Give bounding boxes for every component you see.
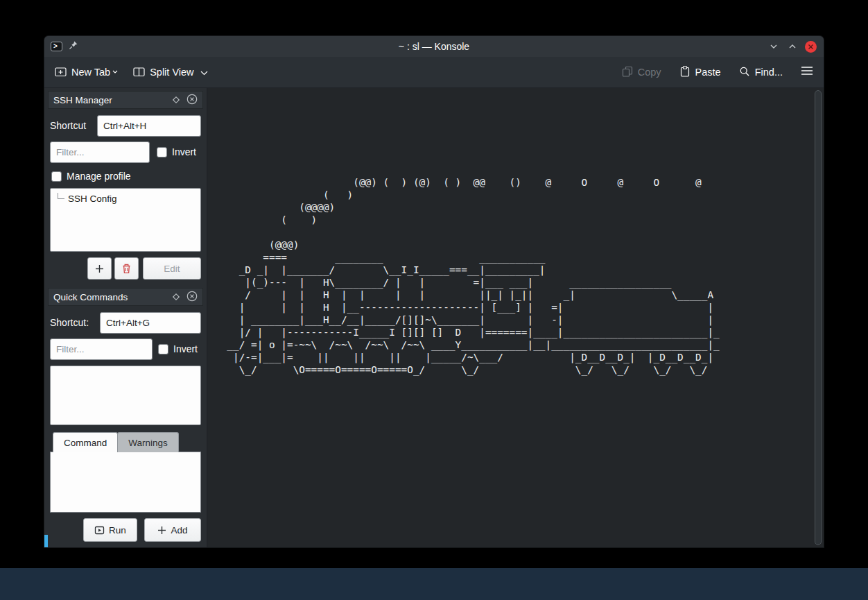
qc-tabs: Command Warnings bbox=[53, 432, 201, 452]
qc-shortcut-label: Shortcut: bbox=[50, 317, 100, 328]
ssh-manager-panel: SSH Manager Shortcut bbox=[44, 88, 207, 285]
split-view-label: Split View bbox=[150, 67, 193, 78]
edit-entry-button[interactable]: Edit bbox=[143, 257, 201, 280]
delete-entry-button[interactable] bbox=[114, 257, 139, 280]
sidebar: SSH Manager Shortcut bbox=[44, 88, 208, 547]
split-view-chevron-down-icon bbox=[200, 67, 208, 78]
new-tab-button[interactable]: New Tab bbox=[55, 65, 118, 80]
maximize-button[interactable] bbox=[786, 40, 799, 53]
window-content: SSH Manager Shortcut bbox=[44, 88, 824, 547]
ssh-invert-label: Invert bbox=[172, 146, 196, 157]
qc-filter-row: Invert bbox=[50, 338, 201, 360]
tree-branch-icon bbox=[58, 193, 64, 199]
ssh-shortcut-row: Shortcut bbox=[50, 114, 201, 137]
command-editor[interactable] bbox=[50, 452, 201, 513]
copy-icon bbox=[622, 66, 633, 79]
titlebar-left: > bbox=[51, 36, 78, 57]
tab-command[interactable]: Command bbox=[53, 432, 118, 452]
find-label: Find... bbox=[755, 67, 783, 78]
ssh-manager-title: SSH Manager bbox=[53, 95, 112, 105]
main-toolbar: New Tab Split View Copy bbox=[44, 57, 824, 88]
new-tab-icon bbox=[55, 66, 67, 79]
trash-icon bbox=[121, 263, 132, 274]
run-button[interactable]: Run bbox=[83, 518, 137, 542]
window-title: ~ : sl — Konsole bbox=[44, 41, 824, 52]
new-tab-label: New Tab bbox=[71, 67, 110, 78]
add-entry-button[interactable] bbox=[87, 257, 112, 280]
ssh-filter-row: Invert bbox=[50, 141, 201, 163]
add-label: Add bbox=[171, 525, 187, 535]
window-controls bbox=[767, 36, 817, 57]
titlebar[interactable]: > ~ : sl — Konsole bbox=[44, 36, 824, 57]
float-panel-icon[interactable] bbox=[172, 96, 180, 104]
terminal-scrollbar[interactable] bbox=[815, 90, 822, 545]
list-item[interactable]: SSH Config bbox=[51, 189, 200, 204]
qc-buttons-row: Run Add bbox=[50, 518, 201, 542]
copy-label: Copy bbox=[638, 67, 661, 78]
pin-icon[interactable] bbox=[69, 40, 78, 53]
minimize-button[interactable] bbox=[767, 40, 780, 53]
close-button[interactable] bbox=[805, 41, 817, 53]
ssh-shortcut-input[interactable] bbox=[97, 115, 201, 137]
ssh-config-list[interactable]: SSH Config bbox=[50, 188, 201, 252]
ssh-filter-input[interactable] bbox=[50, 142, 150, 163]
search-icon bbox=[739, 66, 750, 79]
konsole-window: > ~ : sl — Konsole bbox=[44, 36, 824, 547]
new-tab-menu-arrow-icon bbox=[112, 65, 118, 76]
quick-commands-header[interactable]: Quick Commands bbox=[48, 288, 203, 306]
konsole-app-icon: > bbox=[51, 42, 62, 51]
toolbar-right-group: Copy Paste Find... bbox=[622, 66, 813, 79]
ssh-manager-header[interactable]: SSH Manager bbox=[48, 91, 203, 109]
desktop-panel-strip bbox=[0, 568, 868, 600]
quick-commands-list[interactable] bbox=[50, 366, 201, 425]
ssh-shortcut-label: Shortcut bbox=[50, 120, 97, 131]
add-command-button[interactable]: Add bbox=[144, 518, 201, 542]
split-view-button[interactable]: Split View bbox=[133, 65, 207, 80]
qc-shortcut-row: Shortcut: bbox=[50, 311, 201, 334]
close-panel-icon[interactable] bbox=[186, 94, 198, 107]
tree-item-label: SSH Config bbox=[68, 194, 117, 204]
qc-shortcut-input[interactable] bbox=[100, 312, 201, 334]
terminal-display[interactable]: (@@) ( ) (@) ( ) @@ () @ O @ O @ ( ) (@@… bbox=[208, 88, 824, 547]
manage-profile-row: Manage profile bbox=[50, 170, 201, 182]
qc-invert-checkbox[interactable] bbox=[158, 344, 168, 354]
quick-commands-panel: Quick Commands Shortcut: bbox=[44, 285, 207, 547]
manage-profile-checkbox[interactable] bbox=[51, 171, 62, 182]
manage-profile-label: Manage profile bbox=[67, 171, 131, 182]
hamburger-menu-icon[interactable] bbox=[801, 66, 813, 78]
sl-ascii-train: (@@) ( ) (@) ( ) @@ () @ O @ O @ ( ) (@@… bbox=[215, 176, 720, 376]
ssh-invert-checkbox[interactable] bbox=[157, 147, 167, 157]
find-button[interactable]: Find... bbox=[739, 66, 783, 79]
paste-icon bbox=[679, 66, 691, 79]
toolbar-left-group: New Tab Split View bbox=[55, 65, 208, 80]
float-panel-icon[interactable] bbox=[172, 293, 180, 301]
scrollbar-thumb[interactable] bbox=[815, 90, 822, 545]
close-panel-icon[interactable] bbox=[186, 291, 198, 304]
quick-commands-title: Quick Commands bbox=[53, 292, 128, 302]
qc-invert-label: Invert bbox=[173, 343, 198, 354]
plus-icon bbox=[157, 526, 166, 535]
tab-warnings[interactable]: Warnings bbox=[117, 432, 179, 452]
ssh-buttons-row: Edit bbox=[50, 257, 201, 280]
qc-filter-input[interactable] bbox=[50, 338, 153, 360]
run-icon bbox=[94, 525, 105, 535]
split-view-icon bbox=[133, 66, 145, 79]
paste-button[interactable]: Paste bbox=[679, 66, 721, 79]
run-label: Run bbox=[109, 525, 126, 535]
paste-label: Paste bbox=[695, 67, 721, 78]
copy-button[interactable]: Copy bbox=[622, 66, 661, 79]
